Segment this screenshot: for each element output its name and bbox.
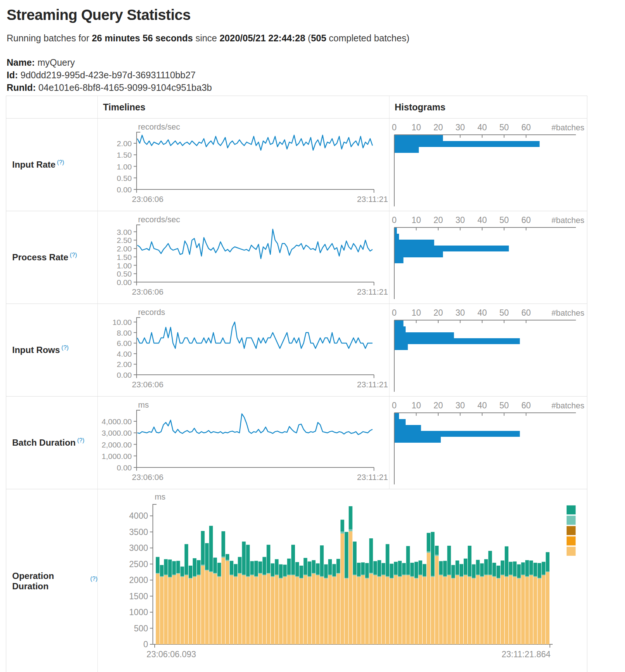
stacked-bar-segment <box>209 526 213 572</box>
axis-text: 1500 <box>129 592 148 601</box>
batch-duration-help-hint[interactable]: (?) <box>77 437 85 444</box>
axis-text: 0 <box>392 123 397 132</box>
stacked-bar-segment <box>456 560 459 575</box>
stacked-bar-segment <box>181 567 184 576</box>
summary-count: 505 <box>311 33 326 43</box>
histogram-bar <box>395 344 408 350</box>
stacked-bar-segment <box>382 563 385 575</box>
stacked-bar-segment <box>533 577 537 644</box>
axis-text: 0.00 <box>117 371 132 379</box>
axis-text: 1000 <box>129 607 148 617</box>
stacked-bar-segment <box>460 564 463 576</box>
stacked-bar-segment <box>378 576 381 577</box>
stacked-bar-segment <box>250 575 254 575</box>
stacked-bar-segment <box>451 565 455 578</box>
operation-duration-help-hint[interactable]: (?) <box>90 576 97 582</box>
summary-prefix: Running batches for <box>7 33 92 43</box>
axis-text: 10.00 <box>112 318 132 326</box>
query-id-line: Id: 9d0dd219-995d-423e-b97d-36931110bb27 <box>7 69 625 81</box>
stacked-bar-segment <box>258 573 262 574</box>
stacked-bar-segment <box>316 575 320 575</box>
stacked-bar-segment <box>160 577 164 644</box>
stacked-bar-segment <box>201 566 205 644</box>
axis-text: 23:06:06 <box>132 195 164 204</box>
process-rate-help-hint[interactable]: (?) <box>70 252 77 258</box>
stacked-bar-segment <box>205 570 209 570</box>
stacked-bar-segment <box>168 577 172 577</box>
stacked-bar-segment <box>308 576 311 577</box>
histogram-bar <box>395 320 403 326</box>
stacked-bar-segment <box>460 576 463 577</box>
process-rate-timeline-chart: records/sec3.002.502.001.501.000.500.002… <box>98 211 389 304</box>
stacked-bar-segment <box>480 576 484 577</box>
stacked-bar-segment <box>222 531 225 557</box>
stacked-bar-segment <box>390 579 394 644</box>
stacked-bar-segment <box>217 576 221 577</box>
stacked-bar-segment <box>415 562 418 578</box>
stacked-bar-segment <box>209 572 213 572</box>
batch-duration-histogram-chart: 0102030405060#batches <box>389 397 587 489</box>
input-rows-timeline-chart: records10.008.006.004.002.000.0023:06:06… <box>98 304 389 396</box>
stacked-bar-segment <box>353 542 357 575</box>
input-rows-help-hint[interactable]: (?) <box>61 344 69 351</box>
stacked-bar-segment <box>332 564 336 576</box>
input-rate-label: Input Rate <box>12 160 55 170</box>
stacked-bar-segment <box>542 562 545 575</box>
axis-text: 0.00 <box>117 185 132 194</box>
stacked-bar-segment <box>205 543 209 570</box>
stacked-bar-segment <box>267 573 270 574</box>
stacked-bar-segment <box>230 575 233 575</box>
axis-text: 40 <box>477 215 487 225</box>
stacked-bar-segment <box>160 576 164 577</box>
stacked-bar-segment <box>193 577 196 644</box>
axis-text: 23:11:21.864 <box>502 649 551 659</box>
stacked-bar-segment <box>345 532 348 578</box>
stacked-bar-segment <box>254 576 258 577</box>
input-rate-help-hint[interactable]: (?) <box>57 159 64 166</box>
stacked-bar-segment <box>287 575 291 575</box>
input-rate-label-cell: Input Rate (?) <box>6 119 97 211</box>
stacked-bar-segment <box>205 570 209 644</box>
axis-text: 30 <box>456 123 465 132</box>
stacked-bar-segment <box>340 532 344 534</box>
legend-swatch <box>566 536 576 546</box>
axis-text: 0.50 <box>117 270 132 278</box>
batch-duration-timeline: ms4,000.003,000.002,000.001,000.000.0023… <box>98 397 389 489</box>
input-rate-histogram-chart: 0102030405060#batches <box>389 119 587 211</box>
Input Rate-line-series <box>137 135 372 150</box>
axis-text: 23:11:21 <box>357 380 388 389</box>
stacked-bar-segment <box>410 563 414 576</box>
stacked-bar-segment <box>332 576 336 577</box>
axis-text: 3.00 <box>117 228 132 236</box>
stacked-bar-segment <box>291 545 295 575</box>
axis-text: 0 <box>392 215 397 225</box>
axis-text: 2.00 <box>117 139 132 148</box>
stacked-bar-segment <box>423 577 426 644</box>
stacked-bar-segment <box>501 560 504 575</box>
axis-text: 2.00 <box>117 244 132 253</box>
stacked-bar-segment <box>340 520 344 532</box>
stacked-bar-segment <box>480 563 484 576</box>
axis-text: 10 <box>412 308 421 318</box>
stacked-bar-segment <box>517 564 521 578</box>
table-header-row: Timelines Histograms <box>6 96 587 118</box>
stacked-bar-segment <box>279 579 283 644</box>
axis-text: 60 <box>521 215 531 225</box>
stacked-bar-segment <box>336 574 340 644</box>
stacked-bar-segment <box>262 575 266 575</box>
stacked-bar-segment <box>427 553 430 644</box>
stacked-bar-segment <box>464 575 467 575</box>
legend-swatch <box>566 505 576 515</box>
stacked-bar-segment <box>386 544 389 576</box>
summary-duration: 26 minutes 56 seconds <box>92 33 193 43</box>
histogram-bar <box>395 228 397 234</box>
stacked-bar-segment <box>246 545 250 576</box>
stacked-bar-segment <box>156 557 159 573</box>
stacked-bar-segment <box>361 562 365 575</box>
axis-text: 23:11:21 <box>357 473 388 482</box>
stacked-bar-segment <box>451 578 455 579</box>
stacked-bar-segment <box>242 575 246 644</box>
stacked-bar-segment <box>406 575 410 644</box>
stacked-bar-segment <box>324 578 328 579</box>
legend-swatch <box>566 546 576 556</box>
